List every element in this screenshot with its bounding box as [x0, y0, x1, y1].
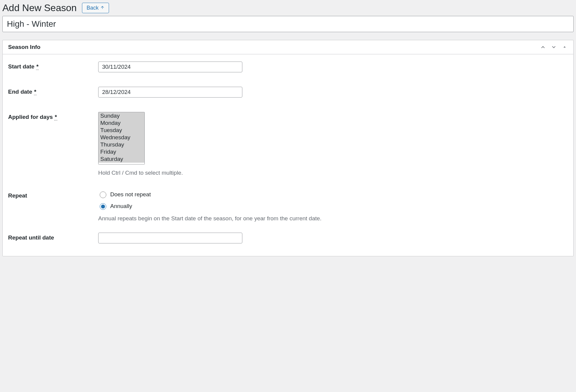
label-start-date: Start date * — [8, 63, 39, 70]
back-arrow-icon — [100, 5, 105, 11]
repeat-until-input[interactable] — [98, 233, 242, 243]
toggle-panel-button[interactable] — [561, 44, 568, 50]
label-repeat-until: Repeat until date — [8, 234, 54, 241]
day-option[interactable]: Sunday — [99, 112, 144, 119]
move-up-button[interactable] — [540, 44, 546, 50]
season-name-input[interactable] — [2, 16, 574, 32]
day-option[interactable]: Tuesday — [99, 127, 144, 134]
move-down-button[interactable] — [550, 44, 557, 50]
row-applied-days: Applied for days * SundayMondayTuesdayWe… — [8, 112, 568, 176]
day-option[interactable]: Thursday — [99, 141, 144, 148]
page-title: Add New Season — [2, 2, 77, 14]
repeat-option-does-not-repeat[interactable]: Does not repeat — [98, 191, 568, 198]
back-button-label: Back — [86, 5, 99, 11]
triangle-up-icon — [562, 44, 567, 50]
repeat-option-annually[interactable]: Annually — [98, 202, 568, 210]
repeat-note: Annual repeats begin on the Start date o… — [98, 215, 568, 222]
label-end-date: End date * — [8, 89, 37, 95]
required-mark: * — [34, 89, 37, 95]
applied-days-hint: Hold Ctrl / Cmd to select multiple. — [98, 170, 568, 176]
repeat-radio-none[interactable] — [100, 191, 106, 198]
day-option[interactable]: Wednesday — [99, 134, 144, 141]
label-applied-days: Applied for days * — [8, 114, 57, 120]
page-header: Add New Season Back — [2, 2, 574, 16]
metabox-body: Start date * End date * — [3, 54, 573, 256]
start-date-input[interactable] — [98, 62, 242, 72]
season-info-metabox: Season Info Start date * — [2, 40, 574, 256]
chevron-up-icon — [540, 44, 546, 50]
repeat-radio-annually[interactable] — [100, 203, 106, 210]
label-repeat: Repeat — [8, 192, 27, 199]
row-repeat: Repeat Does not repeat Annually Annual r… — [8, 191, 568, 222]
repeat-radio-none-label: Does not repeat — [110, 191, 151, 198]
applied-days-select[interactable]: SundayMondayTuesdayWednesdayThursdayFrid… — [98, 112, 145, 164]
repeat-radio-annually-label: Annually — [110, 203, 132, 210]
day-option[interactable]: Saturday — [99, 155, 144, 163]
chevron-down-icon — [551, 44, 556, 50]
end-date-input[interactable] — [98, 87, 242, 98]
day-option[interactable]: Monday — [99, 119, 144, 127]
metabox-header: Season Info — [3, 40, 573, 54]
row-repeat-until: Repeat until date — [8, 233, 568, 243]
back-button[interactable]: Back — [82, 3, 109, 13]
day-option[interactable]: Friday — [99, 148, 144, 155]
row-start-date: Start date * — [8, 62, 568, 72]
row-end-date: End date * — [8, 87, 568, 98]
metabox-handles — [540, 44, 568, 50]
metabox-title: Season Info — [8, 44, 41, 50]
required-mark: * — [36, 63, 39, 70]
required-mark: * — [54, 114, 57, 120]
